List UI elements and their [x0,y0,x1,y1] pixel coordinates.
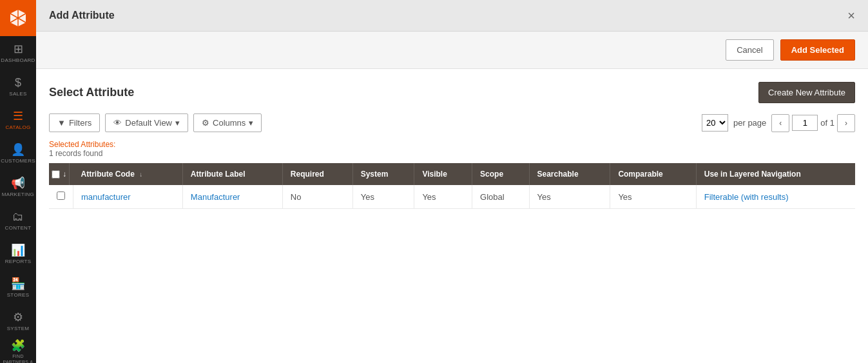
row-required: No [282,185,352,209]
row-comparable: Yes [610,185,696,209]
row-scope: Global [472,185,529,209]
sidebar-item-label: SYSTEM [7,326,30,332]
per-page-label: per page [733,118,766,128]
sidebar-item-content[interactable]: 🗂 CONTENT [0,204,36,237]
sidebar-item-label: REPORTS [5,259,32,265]
columns-label: Columns [213,118,246,128]
sidebar-item-label: MARKETING [2,191,34,198]
row-system: Yes [352,185,414,209]
stores-icon: 🏪 [11,277,25,291]
pagination-current-input[interactable] [792,115,818,131]
col-system: System [352,163,414,185]
columns-button[interactable]: ⚙ Columns ▾ [193,113,262,132]
sidebar-item-marketing[interactable]: 📢 MARKETING [0,170,36,204]
modal-overlay: Add Attribute × Cancel Add Selected Sele… [36,0,868,363]
records-found: 1 records found [49,149,855,158]
sort-icon: ↓ [139,171,142,178]
reports-icon: 📊 [11,243,25,257]
sidebar-item-label: CONTENT [5,225,32,231]
selected-attributes-label: Selected Attributes: [49,140,855,149]
sidebar-item-label: FIND PARTNERS & EXTENSIONS [1,354,35,363]
default-view-button[interactable]: 👁 Default View ▾ [105,113,188,132]
pagination-prev-button[interactable]: ‹ [771,114,789,132]
row-checkbox-cell[interactable] [49,185,73,209]
col-visible: Visible [414,163,472,185]
customers-icon: 👤 [11,142,25,157]
sidebar-item-stores[interactable]: 🏪 STORES [0,271,36,304]
modal-title: Add Attribute [49,10,115,21]
modal-content: Select Attribute Create New Attribute ▼ … [36,69,868,363]
dashboard-icon: ⊞ [14,42,23,56]
select-attribute-header: Select Attribute Create New Attribute [49,82,855,103]
sidebar-item-reports[interactable]: 📊 REPORTS [0,237,36,271]
col-attribute-code: Attribute Code ↓ [73,163,183,185]
col-use-in-layered: Use in Layered Navigation [696,163,855,185]
eye-icon: 👁 [113,118,122,128]
pagination: ‹ of 1 › [771,114,855,132]
col-attribute-label: Attribute Label [182,163,282,185]
sidebar-item-label: STORES [7,292,30,299]
col-scope: Scope [472,163,529,185]
marketing-icon: 📢 [11,176,25,190]
chevron-down-icon: ▾ [249,118,253,128]
modal-dialog: Add Attribute × Cancel Add Selected Sele… [36,0,868,363]
col-required: Required [282,163,352,185]
pagination-of: of 1 [820,118,834,128]
sidebar-item-label: CATALOG [5,124,30,131]
system-icon: ⚙ [13,310,23,324]
attributes-table: ↓ Attribute Code ↓ Attribute Label Requi… [49,163,855,209]
filters-button[interactable]: ▼ Filters [49,113,100,132]
row-searchable: Yes [529,185,610,209]
table-row: manufacturer Manufacturer No Yes Yes Glo… [49,185,855,209]
sidebar-item-label: SALES [9,91,26,97]
cancel-button[interactable]: Cancel [726,39,773,61]
main-area: Ne... Add Attribute × Cancel Add Selecte… [36,0,868,363]
sort-icon: ↓ [63,170,66,179]
col-searchable: Searchable [529,163,610,185]
per-page-select[interactable]: 20 30 50 [702,114,728,132]
col-comparable: Comparable [610,163,696,185]
chevron-down-icon: ▾ [175,118,180,128]
add-selected-button[interactable]: Add Selected [780,39,855,61]
sidebar-item-label: CUSTOMERS [1,158,35,164]
sales-icon: $ [15,76,21,90]
controls-row: ▼ Filters 👁 Default View ▾ ⚙ Columns ▾ [49,113,855,132]
row-visible: Yes [414,185,472,209]
content-icon: 🗂 [12,210,24,224]
gear-icon: ⚙ [202,118,209,128]
modal-toolbar: Cancel Add Selected [36,32,868,69]
sidebar-item-customers[interactable]: 👤 CUSTOMERS [0,137,36,170]
default-view-label: Default View [125,118,172,128]
table-header-row: ↓ Attribute Code ↓ Attribute Label Requi… [49,163,855,185]
partners-icon: 🧩 [11,338,25,353]
select-all-checkbox-cell[interactable]: ↓ [49,163,70,185]
modal-close-button[interactable]: × [847,9,855,22]
records-info: Selected Attributes: 1 records found [49,140,855,158]
sidebar-item-partners[interactable]: 🧩 FIND PARTNERS & EXTENSIONS [0,338,36,363]
row-attribute-label[interactable]: Manufacturer [182,185,282,209]
select-attribute-title: Select Attribute [49,86,134,99]
sidebar-item-system[interactable]: ⚙ SYSTEM [0,304,36,338]
table-controls-left: ▼ Filters 👁 Default View ▾ ⚙ Columns ▾ [49,113,262,132]
sidebar-item-catalog[interactable]: ☰ CATALOG [0,103,36,137]
sidebar-logo[interactable] [0,0,36,36]
sidebar: ⊞ DASHBOARD $ SALES ☰ CATALOG 👤 CUSTOMER… [0,0,36,363]
sidebar-item-dashboard[interactable]: ⊞ DASHBOARD [0,36,36,70]
select-all-checkbox[interactable] [52,170,60,179]
modal-header: Add Attribute × [36,0,868,32]
attribute-label-link[interactable]: Manufacturer [191,192,240,202]
filter-icon: ▼ [57,118,66,128]
catalog-icon: ☰ [13,109,23,123]
sidebar-item-label: DASHBOARD [1,57,35,64]
row-attribute-code[interactable]: manufacturer [73,185,183,209]
row-checkbox[interactable] [57,191,65,200]
filters-label: Filters [69,118,92,128]
pagination-next-button[interactable]: › [837,114,855,132]
attribute-code-link[interactable]: manufacturer [81,192,131,202]
use-in-layered-link[interactable]: Filterable (with results) [704,192,789,202]
create-new-attribute-button[interactable]: Create New Attribute [758,82,855,103]
sidebar-item-sales[interactable]: $ SALES [0,70,36,103]
row-use-in-layered: Filterable (with results) [696,185,855,209]
table-controls-right: 20 30 50 per page ‹ of 1 › [702,114,855,132]
